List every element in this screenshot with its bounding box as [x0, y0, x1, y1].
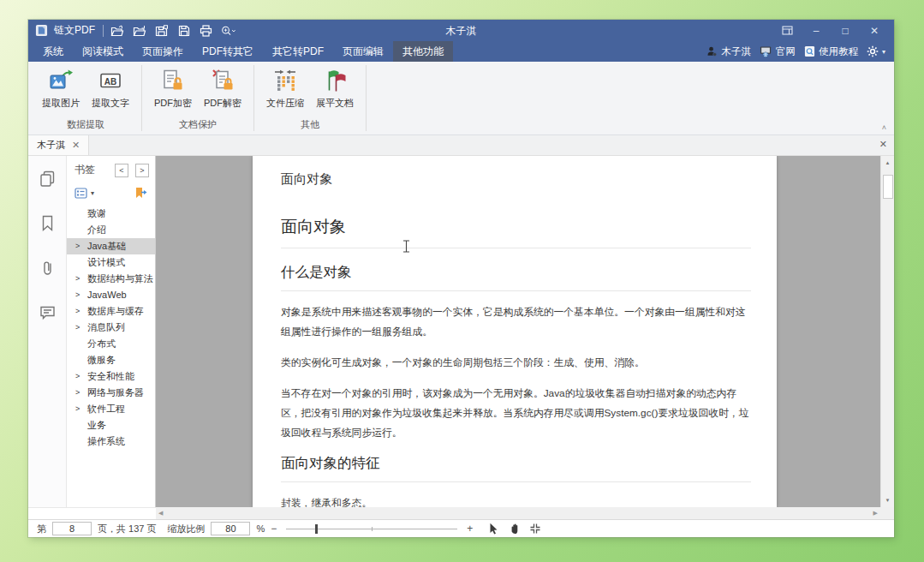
status-bar: 第 页，共 137 页 缩放比例 % − + [28, 519, 894, 537]
bookmark-options-icon[interactable] [75, 188, 88, 200]
ribbon-separator [366, 65, 367, 131]
scroll-up-icon[interactable]: ▲ [881, 156, 894, 170]
vertical-scrollbar[interactable]: ▲ ▼ [880, 156, 894, 507]
menu-tab-3[interactable]: PDF转其它 [193, 41, 263, 62]
bookmark-item[interactable]: 致谢 [67, 206, 155, 222]
titlebar-separator [103, 25, 104, 37]
open-file-icon[interactable] [110, 24, 124, 37]
bookmark-item[interactable]: 操作系统 [67, 433, 155, 450]
bookmark-item[interactable]: >消息队列 [67, 320, 155, 336]
extract-image-button[interactable]: 提取图片 [37, 68, 85, 110]
bookmark-item[interactable]: >网络与服务器 [67, 385, 155, 401]
flatten-doc-button[interactable]: 展平文档 [311, 68, 359, 110]
expand-arrow-icon[interactable]: > [75, 385, 80, 401]
menu-tab-0[interactable]: 系统 [33, 41, 73, 62]
minimize-button[interactable]: – [802, 21, 831, 39]
ribbon-group-label: 其他 [256, 118, 364, 135]
tab-close-icon[interactable]: ✕ [72, 140, 80, 151]
ribbon-collapse-button[interactable]: ˄ [882, 123, 886, 132]
bookmark-item[interactable]: 分布式 [67, 336, 155, 352]
ribbon-separator [253, 65, 254, 131]
bookmark-next-button[interactable]: > [135, 164, 149, 177]
zoom-slider[interactable] [286, 523, 457, 535]
extract-text-button[interactable]: AB 提取文字 [86, 68, 134, 110]
bookmark-item[interactable]: 设计模式 [67, 254, 155, 271]
zoom-in-button[interactable]: + [467, 523, 473, 535]
menu-tab-4[interactable]: 其它转PDF [263, 41, 333, 62]
expand-arrow-icon[interactable]: > [75, 271, 80, 287]
pdf-encrypt-button[interactable]: PDF加密 [149, 68, 197, 110]
close-button[interactable]: ✕ [860, 21, 889, 39]
text-cursor [402, 240, 410, 253]
pdf-page[interactable]: 面向对象面向对象什么是对象对象是系统中用来描述客观事物的一个实体，它是构成系统的… [253, 156, 777, 507]
attachment-icon[interactable] [39, 259, 57, 277]
bookmarks-panel: 书签 < > ▾ 致谢介绍>Java基础设计模式>数据结构与算法>JavaWeb… [67, 156, 156, 507]
settings-menu[interactable]: ▾ [867, 45, 885, 57]
comment-icon[interactable] [39, 303, 57, 321]
maximize-button[interactable]: □ [831, 21, 860, 39]
document-canvas[interactable]: 面向对象面向对象什么是对象对象是系统中用来描述客观事物的一个实体，它是构成系统的… [156, 156, 880, 507]
fit-window-icon[interactable] [528, 523, 541, 535]
expand-arrow-icon[interactable]: > [75, 238, 80, 254]
zoom-value-input[interactable] [211, 522, 250, 535]
save-icon[interactable] [176, 24, 191, 37]
zoom-slider-tick [372, 527, 373, 531]
bookmark-tree: 致谢介绍>Java基础设计模式>数据结构与算法>JavaWeb>数据库与缓存>消… [67, 206, 155, 507]
file-compress-button[interactable]: 文件压缩 [261, 68, 309, 110]
bookmark-icon[interactable] [39, 214, 57, 232]
doc-paragraph: 类的实例化可生成对象，一个对象的生命周期包括三个阶段：生成、使用、消除。 [281, 353, 751, 373]
scroll-down-icon[interactable]: ▼ [881, 493, 894, 507]
extract-text-icon: AB [98, 68, 123, 93]
skin-button[interactable] [772, 21, 802, 39]
page-number-input[interactable] [52, 522, 92, 535]
bookmark-item[interactable]: >JavaWeb [67, 287, 155, 303]
bookmark-item[interactable]: 业务 [67, 417, 155, 433]
account-tutorial[interactable]: 使用教程 [804, 45, 858, 58]
doc-paragraph: 封装，继承和多态。 [281, 493, 751, 507]
bookmark-item[interactable]: >软件工程 [67, 401, 155, 417]
scroll-left-icon[interactable]: ◀ [158, 510, 163, 517]
hand-tool-icon[interactable] [508, 523, 521, 535]
menu-tab-1[interactable]: 阅读模式 [73, 41, 133, 62]
zoom-slider-thumb[interactable] [315, 524, 318, 534]
app-name: 链文PDF [54, 23, 95, 38]
zoom-menu-icon[interactable] [221, 24, 235, 37]
account-website[interactable]: 官网 [760, 45, 796, 58]
percent-label: % [256, 523, 265, 534]
close-all-tabs-icon[interactable]: ✕ [879, 139, 887, 150]
bookmark-item[interactable]: 介绍 [67, 222, 155, 238]
expand-arrow-icon[interactable]: > [75, 287, 80, 303]
ribbon-separator [141, 65, 142, 131]
document-tab[interactable]: 木子淇 ✕ [28, 135, 89, 155]
menu-tabs: 系统阅读模式页面操作PDF转其它其它转PDF页面编辑其他功能 [33, 41, 453, 62]
bookmark-flag-icon[interactable] [134, 187, 147, 200]
bookmark-item[interactable]: 微服务 [67, 352, 155, 368]
bookmark-item[interactable]: >数据库与缓存 [67, 303, 155, 320]
account-user[interactable]: 木子淇 [706, 45, 751, 58]
bookmark-prev-button[interactable]: < [115, 164, 128, 177]
scroll-right-icon[interactable]: ▶ [873, 510, 878, 517]
ribbon-group-protection: PDF加密 PDF解密 文档保护 [144, 62, 252, 135]
bookmark-item[interactable]: >数据结构与算法 [67, 271, 155, 287]
print-icon[interactable] [199, 24, 213, 37]
chevron-down-icon[interactable]: ▾ [91, 189, 94, 197]
bookmark-item[interactable]: >Java基础 [67, 238, 155, 254]
zoom-label: 缩放比例 [167, 523, 205, 535]
pdf-decrypt-button[interactable]: PDF解密 [199, 68, 247, 110]
menu-tab-6[interactable]: 其他功能 [393, 41, 453, 62]
select-cursor-icon[interactable] [487, 523, 500, 535]
vertical-scroll-thumb[interactable] [883, 175, 893, 199]
save-as-icon[interactable] [154, 24, 169, 37]
expand-arrow-icon[interactable]: > [75, 368, 80, 385]
page-label-prefix: 第 [37, 523, 46, 535]
zoom-out-button[interactable]: − [271, 523, 277, 535]
menu-tab-2[interactable]: 页面操作 [133, 41, 193, 62]
expand-arrow-icon[interactable]: > [75, 320, 80, 336]
pages-icon[interactable] [39, 170, 57, 188]
open-recent-icon[interactable] [132, 24, 146, 37]
expand-arrow-icon[interactable]: > [75, 401, 80, 417]
horizontal-scrollbar[interactable]: ◀ ▶ [156, 507, 880, 519]
menu-tab-5[interactable]: 页面编辑 [333, 41, 393, 62]
bookmark-item[interactable]: >安全和性能 [67, 368, 155, 385]
expand-arrow-icon[interactable]: > [75, 303, 80, 320]
